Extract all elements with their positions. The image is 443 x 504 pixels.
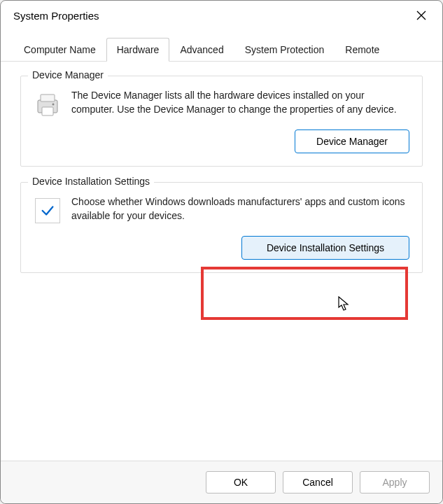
close-button[interactable] [410, 4, 433, 27]
check-icon [34, 197, 62, 225]
svg-rect-1 [41, 94, 55, 102]
device-manager-label: Device Manager [28, 69, 108, 80]
device-installation-group: Device Installation Settings Choose whet… [20, 182, 423, 273]
svg-rect-2 [42, 107, 53, 115]
tabs: Computer Name Hardware Advanced System P… [1, 37, 442, 62]
system-properties-window: System Properties Computer Name Hardware… [0, 0, 443, 504]
tab-hardware[interactable]: Hardware [106, 38, 170, 62]
tab-system-protection[interactable]: System Protection [234, 38, 335, 62]
printer-icon [34, 90, 62, 118]
titlebar: System Properties [1, 1, 442, 30]
device-manager-group: Device Manager The Device Manager lists … [20, 76, 423, 167]
ok-button[interactable]: OK [206, 471, 276, 493]
close-icon [416, 10, 426, 20]
cancel-button[interactable]: Cancel [283, 471, 353, 493]
apply-button[interactable]: Apply [360, 471, 430, 493]
device-installation-settings-button[interactable]: Device Installation Settings [241, 236, 409, 260]
device-manager-description: The Device Manager lists all the hardwar… [71, 89, 409, 116]
content-area: Device Manager The Device Manager lists … [1, 62, 442, 461]
tab-computer-name[interactable]: Computer Name [13, 38, 106, 62]
window-title: System Properties [13, 10, 99, 22]
device-manager-button[interactable]: Device Manager [295, 130, 409, 153]
device-installation-label: Device Installation Settings [28, 176, 154, 187]
dialog-footer: OK Cancel Apply [1, 461, 442, 503]
device-installation-description: Choose whether Windows downloads manufac… [71, 195, 409, 223]
tab-remote[interactable]: Remote [335, 38, 390, 62]
svg-point-3 [52, 104, 55, 106]
tab-advanced[interactable]: Advanced [169, 38, 234, 62]
